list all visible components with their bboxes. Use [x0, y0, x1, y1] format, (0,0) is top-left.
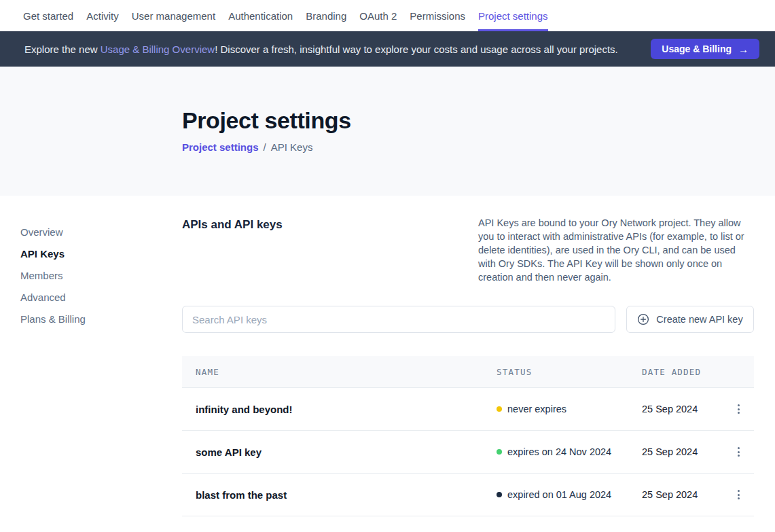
row-actions: [723, 400, 754, 418]
main-content: APIs and API keys API Keys are bound to …: [182, 196, 754, 516]
nav-tab-user-management[interactable]: User management: [132, 0, 215, 31]
breadcrumb-current: API Keys: [271, 141, 313, 153]
row-actions: [723, 486, 754, 503]
plus-circle-icon: [637, 313, 649, 325]
nav-tab-authentication[interactable]: Authentication: [228, 0, 293, 31]
row-actions: [723, 443, 754, 461]
banner-text-before: Explore the new: [24, 43, 101, 55]
api-key-name: infinity and beyond!: [182, 404, 497, 415]
kebab-menu-icon[interactable]: [734, 400, 744, 418]
kebab-menu-icon[interactable]: [734, 486, 744, 503]
sidebar-item-advanced[interactable]: Advanced: [20, 286, 182, 308]
nav-tab-branding[interactable]: Branding: [306, 0, 346, 31]
status-dot-icon: [497, 449, 502, 455]
section-description: API Keys are bound to your Ory Network p…: [478, 216, 754, 284]
banner-message: Explore the new Usage & Billing Overview…: [24, 43, 618, 55]
usage-billing-banner: Explore the new Usage & Billing Overview…: [0, 31, 775, 67]
create-api-key-button[interactable]: Create new API key: [626, 306, 754, 333]
status-dot-icon: [497, 492, 502, 497]
sidebar-item-plans-billing[interactable]: Plans & Billing: [20, 308, 182, 330]
table-row: blast from the past expired on 01 Aug 20…: [182, 474, 754, 516]
usage-billing-button-label: Usage & Billing: [662, 43, 732, 54]
search-input[interactable]: [182, 306, 615, 333]
api-key-date-added: 25 Sep 2024: [642, 446, 723, 457]
page-title: Project settings: [182, 107, 775, 134]
page-body: OverviewAPI KeysMembersAdvancedPlans & B…: [0, 196, 775, 516]
sidebar-item-members[interactable]: Members: [20, 264, 182, 286]
api-key-name: some API key: [182, 446, 497, 458]
kebab-menu-icon[interactable]: [734, 443, 744, 461]
page-header: Project settings Project settings / API …: [0, 67, 775, 196]
nav-tab-permissions[interactable]: Permissions: [410, 0, 465, 31]
table-row: some API key expires on 24 Nov 2024 25 S…: [182, 431, 754, 474]
nav-tab-activity[interactable]: Activity: [86, 0, 119, 31]
api-key-date-added: 25 Sep 2024: [642, 404, 723, 414]
table-body: infinity and beyond! never expires 25 Se…: [182, 388, 754, 516]
table-row: infinity and beyond! never expires 25 Se…: [182, 388, 754, 431]
table-header-row: NAME STATUS DATE ADDED: [182, 356, 754, 388]
top-nav: Get startedActivityUser managementAuthen…: [0, 0, 775, 31]
breadcrumb-separator: /: [264, 141, 266, 153]
status-text: expires on 24 Nov 2024: [507, 446, 611, 457]
column-header-status: STATUS: [497, 367, 642, 377]
column-header-name: NAME: [182, 367, 497, 377]
api-key-date-added: 25 Sep 2024: [642, 489, 723, 500]
breadcrumb: Project settings / API Keys: [182, 141, 775, 153]
status-dot-icon: [497, 406, 502, 412]
table-controls: Create new API key: [182, 306, 754, 333]
section-intro: APIs and API keys API Keys are bound to …: [182, 216, 754, 284]
create-api-key-label: Create new API key: [656, 314, 742, 325]
section-title: APIs and API keys: [182, 216, 283, 284]
status-text: never expires: [507, 404, 566, 414]
status-text: expired on 01 Aug 2024: [507, 489, 611, 500]
usage-billing-button[interactable]: Usage & Billing →: [651, 39, 759, 59]
banner-text-after: ! Discover a fresh, insightful way to ex…: [215, 43, 618, 55]
api-key-name: blast from the past: [182, 489, 497, 501]
api-key-status: expired on 01 Aug 2024: [497, 489, 642, 500]
nav-tab-project-settings[interactable]: Project settings: [478, 0, 548, 31]
usage-billing-overview-link[interactable]: Usage & Billing Overview: [101, 43, 215, 55]
nav-tab-get-started[interactable]: Get started: [23, 0, 73, 31]
settings-sidebar: OverviewAPI KeysMembersAdvancedPlans & B…: [0, 196, 182, 516]
column-header-date-added: DATE ADDED: [642, 367, 723, 377]
breadcrumb-project-settings-link[interactable]: Project settings: [182, 141, 259, 153]
arrow-right-icon: →: [738, 43, 749, 55]
nav-tab-oauth-2[interactable]: OAuth 2: [359, 0, 397, 31]
api-keys-table: NAME STATUS DATE ADDED infinity and beyo…: [182, 356, 754, 516]
api-key-status: expires on 24 Nov 2024: [497, 446, 642, 457]
sidebar-item-overview[interactable]: Overview: [20, 221, 182, 243]
sidebar-item-api-keys[interactable]: API Keys: [20, 243, 182, 264]
api-key-status: never expires: [497, 404, 642, 414]
